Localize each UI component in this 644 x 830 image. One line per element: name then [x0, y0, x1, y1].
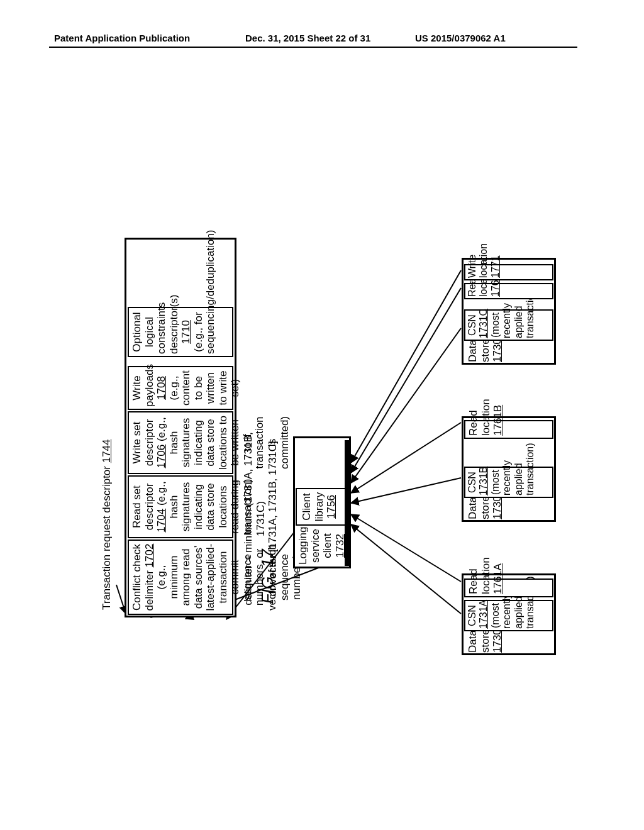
writeset-box: Write set descriptor 1706 (e.g., hash si… [128, 411, 233, 474]
csn-b-box: CSN 1731B (most recently applied transac… [464, 467, 553, 498]
data-store-b-label: Data store 1730B [464, 501, 553, 519]
logging-client-label: Logging service client 1732 [296, 527, 348, 565]
header-center: Dec. 31, 2015 Sheet 22 of 31 [245, 33, 370, 43]
conflict-check-box: Conflict check delimiter 1702 (e.g., min… [128, 540, 233, 615]
write-c-box: Write location 1771 [464, 264, 553, 280]
csn-c-box: CSN 1731C (most recently applied transac… [464, 309, 553, 341]
data-store-a-label: Data store 1730A [464, 634, 553, 653]
diagram-area: Transaction request descriptor 1744 Conf… [82, 113, 560, 679]
header-rule [49, 47, 577, 48]
logical-box: Optional logical constraints descriptor(… [128, 307, 233, 357]
client-library-box: Client library 1756 [296, 488, 348, 526]
read-c-box: Read location 1761C [464, 283, 553, 299]
payload-box: Write payloads 1708 (e.g., content to be… [128, 366, 233, 410]
client-library-edge [345, 440, 350, 566]
data-store-c-label: Data store 1730C [464, 343, 553, 362]
read-a-box: Read location 1761A [464, 578, 553, 597]
readset-box: Read set descriptor 1704 (e.g., hash sig… [128, 475, 233, 538]
figure-caption: FIG. 17 [258, 549, 277, 604]
header-right: US 2015/0379062 A1 [415, 33, 506, 43]
csn-a-box: CSN 1731A (most recently applied transac… [464, 600, 553, 631]
header-left: Patent Application Publication [54, 33, 190, 43]
read-b-box: Read location 1761B [464, 420, 553, 439]
descriptor-title: Transaction request descriptor 1744 [101, 409, 113, 610]
